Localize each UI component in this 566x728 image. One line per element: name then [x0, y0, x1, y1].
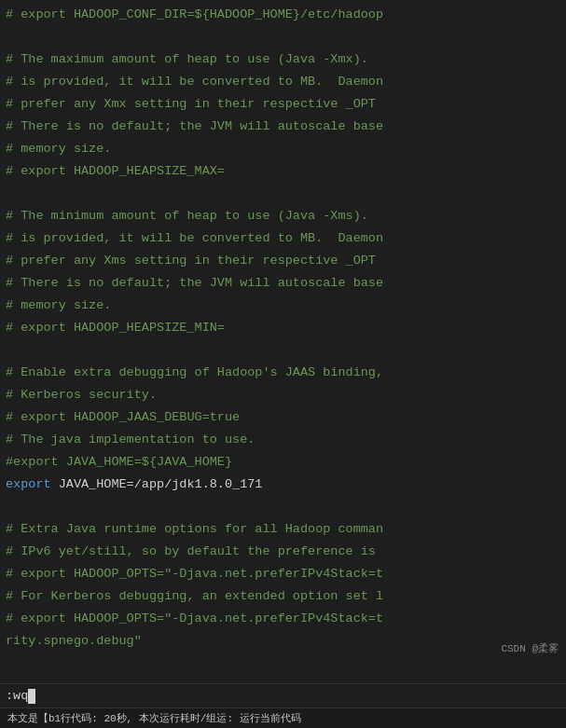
- watermark: CSDN @柔雾: [501, 641, 559, 655]
- editor-area: # export HADOOP_CONF_DIR=${HADOOP_HOME}/…: [0, 0, 566, 683]
- code-line: # memory size.: [6, 138, 560, 160]
- code-line: # export HADOOP_OPTS="-Djava.net.preferI…: [6, 608, 560, 630]
- code-line: # is provided, it will be converted to M…: [6, 227, 560, 250]
- code-line: # The java implementation to use.: [6, 429, 560, 451]
- code-line: # Extra Java runtime options for all Had…: [6, 518, 560, 541]
- code-line: # is provided, it will be converted to M…: [6, 71, 560, 93]
- command-text: :wq: [6, 689, 28, 703]
- code-line: # There is no default; the JVM will auto…: [6, 272, 560, 295]
- code-line: #export JAVA_HOME=${JAVA_HOME}: [6, 451, 560, 474]
- code-line: # Enable extra debugging of Hadoop's JAA…: [6, 362, 560, 384]
- code-line: [6, 183, 560, 205]
- bottom-text: 本文是【b1行代码: 20秒, 本次运行耗时/组运: 运行当前代码: [7, 711, 301, 725]
- code-container: # export HADOOP_CONF_DIR=${HADOOP_HOME}/…: [6, 4, 560, 652]
- code-line: # memory size.: [6, 295, 560, 317]
- code-line: rity.spnego.debug": [6, 630, 560, 652]
- command-line: :wq: [0, 683, 566, 707]
- code-line: [6, 26, 560, 48]
- code-line: # export HADOOP_CONF_DIR=${HADOOP_HOME}/…: [6, 4, 560, 26]
- code-line: # export HADOOP_HEAPSIZE_MIN=: [6, 317, 560, 339]
- code-line: # Kerberos security.: [6, 384, 560, 406]
- code-line: # The minimum amount of heap to use (Jav…: [6, 205, 560, 227]
- code-line: # There is no default; the JVM will auto…: [6, 116, 560, 138]
- code-line: # prefer any Xmx setting in their respec…: [6, 93, 560, 116]
- code-line: # The maximum amount of heap to use (Jav…: [6, 48, 560, 71]
- code-line: [6, 496, 560, 518]
- bottom-bar: 本文是【b1行代码: 20秒, 本次运行耗时/组运: 运行当前代码: [0, 707, 566, 728]
- code-line: # export HADOOP_HEAPSIZE_MAX=: [6, 160, 560, 183]
- code-line: # For Kerberos debugging, an extended op…: [6, 585, 560, 608]
- code-line: # export HADOOP_JAAS_DEBUG=true: [6, 406, 560, 429]
- code-line: export JAVA_HOME=/app/jdk1.8.0_171: [6, 474, 560, 496]
- code-line: # prefer any Xms setting in their respec…: [6, 250, 560, 272]
- code-line: # IPv6 yet/still, so by default the pref…: [6, 541, 560, 563]
- code-line: # export HADOOP_OPTS="-Djava.net.preferI…: [6, 563, 560, 585]
- code-line: [6, 339, 560, 362]
- cursor: [28, 689, 35, 704]
